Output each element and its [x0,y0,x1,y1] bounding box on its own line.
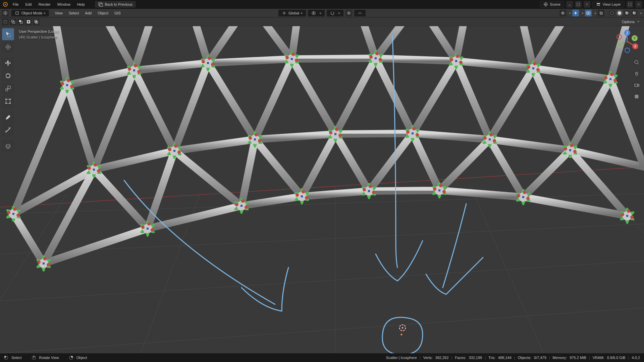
svg-rect-10 [16,12,18,14]
scene-field[interactable]: Scene [540,1,564,8]
svg-text:X: X [634,44,637,48]
mouse-middle-icon [31,356,37,360]
shading-rendered-icon[interactable] [631,10,637,16]
menu-edit[interactable]: Edit [22,1,35,8]
viewlayer-icon [596,2,601,7]
menu-add[interactable]: Add [82,10,95,16]
tool-add-primitive[interactable] [2,140,14,152]
tool-move[interactable] [2,57,14,69]
tool-measure[interactable] [2,124,14,136]
new-viewlayer-icon[interactable] [627,1,633,8]
select-mode-invert-icon[interactable] [25,18,32,25]
svg-line-55 [369,190,439,191]
delete-scene-icon[interactable] [584,1,590,8]
pin-scene-icon[interactable] [566,1,573,8]
proportional-falloff-dropdown[interactable] [354,10,366,16]
svg-rect-121 [8,34,11,37]
viewport-canvas[interactable] [0,26,644,353]
status-rotate: Rotate View [31,356,59,360]
shading-solid-icon[interactable] [616,10,623,16]
svg-line-115 [376,26,413,58]
select-mode-set-icon[interactable] [2,18,9,25]
visibility-icon[interactable] [559,10,566,16]
tool-annotate[interactable] [2,111,14,123]
blender-logo-icon[interactable] [2,1,9,8]
delete-viewlayer-icon[interactable] [635,1,642,8]
pan-tool-icon[interactable] [632,69,641,78]
select-mode-intersect-icon[interactable] [33,18,40,25]
zoom-tool-icon[interactable] [632,58,641,67]
status-select-label: Select [11,356,22,360]
toolbar-left [2,28,14,152]
svg-rect-29 [13,21,15,23]
svg-text:Z: Z [626,31,629,35]
mode-dropdown[interactable]: Object Mode [11,10,49,16]
select-mode-subtract-icon[interactable] [17,18,24,25]
menu-select[interactable]: Select [66,10,82,16]
svg-point-24 [626,12,627,13]
svg-rect-143 [635,84,638,86]
tool-rotate[interactable] [2,70,14,82]
svg-line-52 [148,206,241,229]
menu-help[interactable]: Help [74,1,88,8]
back-to-previous-button[interactable]: Back to Previous [95,1,136,8]
menu-view[interactable]: View [52,10,66,16]
xray-toggle-icon[interactable] [598,10,604,16]
viewlayer-field[interactable]: View Layer [592,1,625,8]
svg-line-69 [148,151,174,229]
viewport-menu: View Select Add Object GIS [52,10,124,16]
proportional-edit-icon[interactable] [345,10,352,16]
menu-file[interactable]: File [9,1,22,8]
menu-gis[interactable]: GIS [111,10,124,16]
falloff-icon [358,11,362,15]
svg-line-45 [0,308,644,353]
overlay-toggle-icon[interactable] [585,10,592,16]
svg-line-96 [335,58,376,134]
options-dropdown[interactable]: Options [619,19,642,24]
svg-text:Y: Y [633,36,636,40]
object-info-label: (49) Scatter | Icosphere [19,35,59,40]
tool-select-box[interactable] [2,28,14,40]
pivot-icon [311,11,316,15]
svg-line-117 [533,26,570,68]
svg-line-101 [533,68,570,150]
tool-scale[interactable] [2,82,14,95]
svg-point-23 [625,11,629,15]
tool-transform[interactable] [2,95,14,107]
svg-point-140 [618,43,622,47]
svg-line-56 [439,190,523,197]
svg-rect-8 [629,3,631,6]
gizmo-toggle-icon[interactable] [572,10,579,16]
camera-view-icon[interactable] [632,80,641,90]
menu-window[interactable]: Window [54,1,74,8]
svg-rect-145 [4,356,6,358]
svg-line-87 [533,68,610,79]
svg-line-77 [439,139,490,190]
svg-rect-3 [100,4,103,6]
svg-line-79 [523,150,570,197]
perspective-toggle-icon[interactable] [632,92,641,101]
pivot-dropdown[interactable] [308,10,325,16]
viewport-3d[interactable] [0,26,644,353]
shading-material-icon[interactable] [624,10,630,16]
svg-line-99 [456,61,490,139]
new-scene-icon[interactable] [575,1,582,8]
editor-type-icon[interactable] [2,10,9,16]
navigation-gizmo[interactable]: X Y Z [614,28,641,55]
version-value: 4.0.2 [631,356,641,360]
menu-object[interactable]: Object [95,10,111,16]
select-mode-extend-icon[interactable] [10,18,16,25]
svg-rect-125 [6,99,10,103]
floor-grid [0,182,644,353]
svg-point-120 [402,327,403,328]
menu-render[interactable]: Render [35,1,54,8]
verts-value: 382,262 [435,356,449,360]
svg-line-95 [292,59,335,134]
viewport-header: Object Mode View Select Add Object GIS G… [0,9,644,17]
faces-value: 332,199 [468,356,483,360]
shading-wireframe-icon[interactable] [609,10,615,16]
svg-line-85 [376,58,456,61]
orientation-dropdown[interactable]: Global [278,10,306,16]
tool-cursor[interactable] [2,41,14,53]
snap-dropdown[interactable] [327,10,343,16]
